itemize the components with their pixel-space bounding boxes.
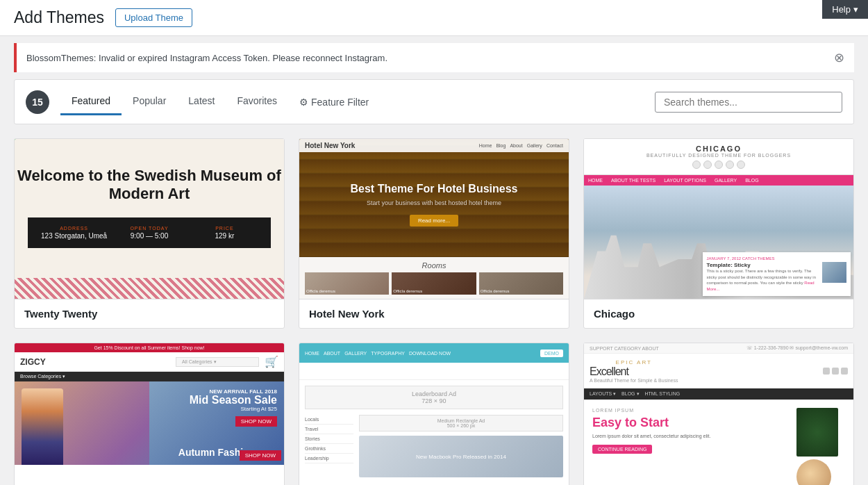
tt-address-col: ADDRESS 123 Storgatan, Umeå [39,226,108,240]
chicago-nav-tests: ABOUT THE TESTS [607,175,660,186]
delivery-leaderboard-ad: Leaderboard Ad 728 × 90 [305,386,563,409]
chicago-social-icon-2 [703,161,712,169]
chicago-social-icons [590,161,848,169]
tt-price-col: PRICE 129 kr [190,226,259,240]
tt-hours-col: OPEN TODAY 9:00 — 5:00 [115,226,184,240]
hotel-nav: Home Blog About Gallery Contact [479,143,563,148]
chicago-header: CHICAGO BEAUTIFULLY DESIGNED THEME FOR B… [584,139,853,175]
excellent-topbar: SUPPORT CATEGORY ABOUT ☏ 1-222-336-7890 … [584,343,853,354]
delivery-sidebar-category-4: Grothinks [305,444,353,454]
theme-screenshot-excellent: SUPPORT CATEGORY ABOUT ☏ 1-222-336-7890 … [584,343,853,485]
tt-title: Welcome to the Swedish Museum of Modern … [15,167,284,204]
delivery-sidebar-category-3: Stories [305,434,353,444]
tt-price-label: PRICE [190,226,259,231]
excellent-coffee-image [796,459,831,485]
chicago-hero-image: JANUARY 7, 2012 CATCH THEMES Template: S… [584,186,853,299]
ziggy-logo: ZIGCY [20,357,46,367]
excellent-preview: SUPPORT CATEGORY ABOUT ☏ 1-222-336-7890 … [584,343,853,485]
tab-popular[interactable]: Popular [122,88,177,115]
chicago-sticky-date: JANUARY 7, 2012 CATCH THEMES [707,256,846,261]
chicago-site-title: CHICAGO [590,145,848,153]
hotel-nav-contact: Contact [546,143,563,148]
help-button[interactable]: Help ▾ [822,0,868,19]
delivery-main: Medium Rectangle Ad 500 × 260 px New Mac… [359,415,563,477]
delivery-nav-typography: TYPOGRAPHY [371,351,405,356]
tab-featured[interactable]: Featured [60,88,122,115]
feature-filter-label: Feature Filter [311,97,369,108]
delivery-nav-gallery: GALLERY [344,351,367,356]
theme-card-excellent[interactable]: SUPPORT CATEGORY ABOUT ☏ 1-222-336-7890 … [583,343,854,485]
gear-icon: ⚙ [299,97,308,108]
ziggy-autumn-btn: SHOP NOW [240,450,281,461]
excellent-hero-right [796,408,845,485]
ziggy-preview: Get 15% Discount on all Summer items! Sh… [15,343,284,485]
hotel-bottom: Rooms Officla deremus Officla deremus Of… [299,257,569,299]
chicago-nav-home: HOME [584,175,607,186]
filter-tabs: Featured Popular Latest Favorites ⚙ Feat… [60,88,655,115]
excellent-nav-blog: BLOG ▾ [621,391,639,397]
hotel-rooms-title: Rooms [305,261,563,270]
chicago-nav-blog: BLOG [741,175,762,186]
tt-info-bar: ADDRESS 123 Storgatan, Umeå OPEN TODAY 9… [28,217,270,248]
delivery-nav-home: HOME [305,351,319,356]
theme-card-hotel-new-york[interactable]: Hotel New York Home Blog About Gallery C… [299,138,569,329]
excellent-site-title-text: Excellent [590,365,628,377]
excellent-nav-bar: LAYOUTS ▾ BLOG ▾ HTML STYLING [584,388,853,400]
search-box [655,92,842,113]
theme-card-twenty-twenty[interactable]: ✓ Installed Welcome to the Swedish Museu… [14,138,285,329]
tab-favorites[interactable]: Favorites [226,88,288,115]
hotel-room-1: Officla deremus [305,272,389,295]
hotel-hero-button: Read more... [410,215,458,227]
delivery-nav: HOME ABOUT GALLERY TYPOGRAPHY DOWNLOAD N… [305,351,451,356]
delivery-preview: HOME ABOUT GALLERY TYPOGRAPHY DOWNLOAD N… [299,343,569,485]
delivery-logo-bar: DELIVERY LITE [299,363,569,380]
excellent-nav-layouts: LAYOUTS ▾ [590,391,616,397]
delivery-nav-download: DOWNLOAD NOW [409,351,451,356]
chicago-social-icon-1 [692,161,701,169]
hotel-preview: Hotel New York Home Blog About Gallery C… [299,139,569,299]
tt-address-value: 123 Storgatan, Umeå [39,232,108,240]
theme-info-twenty-twenty: Twenty Twenty [15,299,284,328]
theme-count-badge: 15 [26,90,49,114]
ziggy-model-image [22,388,63,465]
theme-name-hotel: Hotel New York [309,308,559,320]
delivery-sidebar-category-1: Locals [305,415,353,425]
delivery-logo: DELIVERY LITE [305,365,563,377]
upload-theme-button[interactable]: Upload Theme [115,8,192,27]
twenty-twenty-preview: Welcome to the Swedish Museum of Modern … [15,139,284,299]
theme-screenshot-twenty-twenty: ✓ Installed Welcome to the Swedish Museu… [15,139,284,299]
ziggy-nav-bar: Browse Categories ▾ [15,372,284,381]
ziggy-hero-left [15,381,149,465]
delivery-content-row: Locals Travel Stories Grothinks Leadersh… [305,415,563,477]
excellent-nav-html: HTML STYLING [645,391,681,397]
chicago-sticky-post: JANUARY 7, 2012 CATCH THEMES Template: S… [703,252,851,296]
excellent-hero-subtitle: LOREM IPSUM [592,408,788,413]
hotel-room-3: Officla deremus [479,272,563,295]
chicago-nav-layout: LAYOUT OPTIONS [660,175,710,186]
feature-filter-button[interactable]: ⚙ Feature Filter [288,90,380,115]
theme-screenshot-delivery: HOME ABOUT GALLERY TYPOGRAPHY DOWNLOAD N… [299,343,569,485]
search-input[interactable] [655,92,842,113]
excellent-topbar-left: SUPPORT CATEGORY ABOUT [590,346,659,351]
theme-card-delivery[interactable]: HOME ABOUT GALLERY TYPOGRAPHY DOWNLOAD N… [299,343,569,485]
ziggy-topbar: Get 15% Discount on all Summer items! Sh… [15,343,284,352]
tt-hours-value: 9:00 — 5:00 [115,232,184,240]
theme-card-ziggy[interactable]: Get 15% Discount on all Summer items! Sh… [14,343,285,485]
excellent-hero: LOREM IPSUM Easy to Start Lorem ipsum do… [584,400,853,485]
hotel-topbar: Hotel New York Home Blog About Gallery C… [299,139,569,152]
hotel-nav-blog: Blog [496,143,506,148]
alert-message: BlossomThemes: Invalid or expired Instag… [26,53,387,63]
chicago-nav-gallery: GALLERY [710,175,741,186]
chicago-nav: HOME ABOUT THE TESTS LAYOUT OPTIONS GALL… [584,175,853,186]
theme-info-chicago: Chicago [584,299,853,328]
hotel-hero: Best Theme For Hotel Business Start your… [299,152,569,257]
alert-close-button[interactable]: ⊗ [834,50,844,65]
ziggy-nav-categories: Browse Categories ▾ [20,374,65,379]
theme-card-chicago[interactable]: CHICAGO BEAUTIFULLY DESIGNED THEME FOR B… [583,138,854,329]
theme-screenshot-ziggy: Get 15% Discount on all Summer items! Sh… [15,343,284,485]
ziggy-hero-right-panel: NEW ARRIVAL FALL 2018 Mid Season Sale St… [149,381,284,465]
excellent-social-icons [823,368,848,375]
delivery-medium-ad-size: 500 × 260 px [362,423,560,428]
excellent-social-icon [832,368,839,375]
tab-latest[interactable]: Latest [177,88,226,115]
